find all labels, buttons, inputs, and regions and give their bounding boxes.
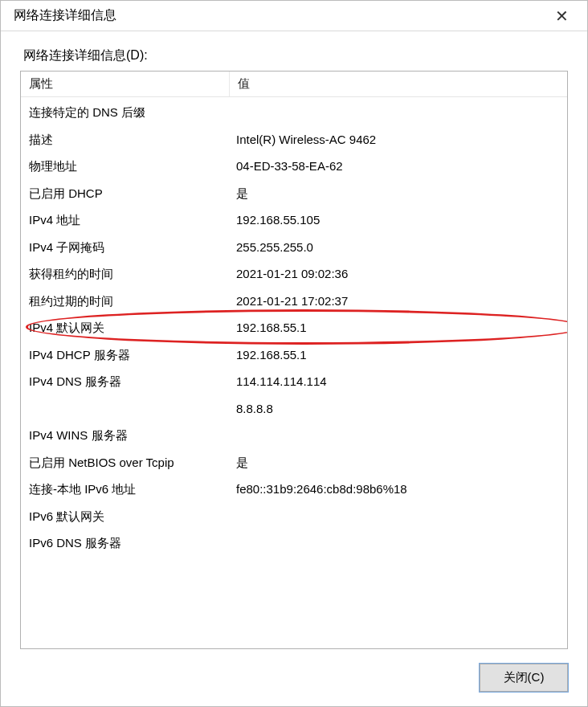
- value-cell: Intel(R) Wireless-AC 9462: [236, 129, 559, 150]
- content-area: 网络连接详细信息(D): 属性 值 连接特定的 DNS 后缀描述Intel(R)…: [1, 31, 587, 706]
- table-row[interactable]: IPv4 DNS 服务器114.114.114.114: [21, 368, 567, 395]
- value-cell: [236, 102, 559, 123]
- value-cell: 04-ED-33-58-EA-62: [236, 156, 559, 177]
- property-cell: [29, 398, 236, 419]
- value-cell: 192.168.55.105: [236, 210, 559, 231]
- property-cell: IPv4 子网掩码: [29, 237, 236, 258]
- value-cell: 2021-01-21 17:02:37: [236, 291, 559, 312]
- property-cell: IPv4 DHCP 服务器: [29, 345, 236, 366]
- table-row[interactable]: IPv4 DHCP 服务器192.168.55.1: [21, 341, 567, 369]
- property-cell: IPv4 WINS 服务器: [29, 425, 236, 446]
- property-cell: IPv4 默认网关: [29, 317, 236, 338]
- value-cell: 8.8.8.8: [236, 398, 559, 419]
- table-row[interactable]: IPv4 WINS 服务器: [21, 422, 567, 449]
- table-row[interactable]: IPv4 地址192.168.55.105: [21, 206, 567, 234]
- table-row[interactable]: IPv4 默认网关192.168.55.1: [21, 314, 567, 341]
- table-row[interactable]: 已启用 NetBIOS over Tcpip是: [21, 449, 567, 476]
- property-cell: 连接-本地 IPv6 地址: [29, 479, 236, 500]
- property-cell: 已启用 NetBIOS over Tcpip: [29, 452, 236, 473]
- value-cell: [236, 425, 559, 446]
- value-cell: [236, 506, 559, 527]
- table-row[interactable]: 租约过期的时间2021-01-21 17:02:37: [21, 288, 567, 315]
- close-button[interactable]: 关闭(C): [480, 664, 568, 692]
- table-row[interactable]: IPv4 子网掩码255.255.255.0: [21, 234, 567, 261]
- network-details-dialog: 网络连接详细信息 ✕ 网络连接详细信息(D): 属性 值 连接特定的 DNS 后…: [0, 0, 588, 707]
- property-cell: 租约过期的时间: [29, 291, 236, 312]
- table-row[interactable]: 已启用 DHCP是: [21, 180, 567, 207]
- property-cell: IPv4 地址: [29, 210, 236, 231]
- property-cell: IPv6 默认网关: [29, 506, 236, 527]
- window-title: 网络连接详细信息: [14, 7, 545, 24]
- value-cell: 是: [236, 452, 559, 473]
- property-cell: 获得租约的时间: [29, 264, 236, 284]
- table-row[interactable]: 连接-本地 IPv6 地址fe80::31b9:2646:cb8d:98b6%1…: [21, 476, 567, 503]
- property-cell: IPv4 DNS 服务器: [29, 371, 236, 392]
- value-cell: fe80::31b9:2646:cb8d:98b6%18: [236, 479, 559, 500]
- table-row[interactable]: 8.8.8.8: [21, 395, 567, 423]
- table-body: 连接特定的 DNS 后缀描述Intel(R) Wireless-AC 9462物…: [21, 97, 567, 558]
- value-cell: 2021-01-21 09:02:36: [236, 264, 559, 284]
- property-cell: 连接特定的 DNS 后缀: [29, 102, 236, 123]
- details-table: 属性 值 连接特定的 DNS 后缀描述Intel(R) Wireless-AC …: [20, 71, 568, 649]
- value-cell: 192.168.55.1: [236, 317, 559, 338]
- property-cell: 描述: [29, 129, 236, 150]
- table-row[interactable]: IPv6 DNS 服务器: [21, 529, 567, 557]
- property-cell: IPv6 DNS 服务器: [29, 533, 236, 554]
- section-label: 网络连接详细信息(D):: [20, 47, 568, 64]
- value-cell: 是: [236, 183, 559, 204]
- value-cell: 192.168.55.1: [236, 345, 559, 366]
- table-row[interactable]: 物理地址04-ED-33-58-EA-62: [21, 153, 567, 180]
- table-row[interactable]: 描述Intel(R) Wireless-AC 9462: [21, 126, 567, 153]
- table-row[interactable]: 获得租约的时间2021-01-21 09:02:36: [21, 260, 567, 288]
- button-bar: 关闭(C): [20, 649, 568, 692]
- table-header: 属性 值: [21, 72, 567, 97]
- close-icon[interactable]: ✕: [545, 8, 578, 24]
- table-row[interactable]: 连接特定的 DNS 后缀: [21, 99, 567, 126]
- value-cell: [236, 533, 559, 554]
- column-header-property[interactable]: 属性: [21, 72, 230, 96]
- table-row[interactable]: IPv6 默认网关: [21, 503, 567, 530]
- property-cell: 已启用 DHCP: [29, 183, 236, 204]
- value-cell: 114.114.114.114: [236, 371, 559, 392]
- value-cell: 255.255.255.0: [236, 237, 559, 258]
- property-cell: 物理地址: [29, 156, 236, 177]
- titlebar: 网络连接详细信息 ✕: [1, 1, 587, 31]
- column-header-value[interactable]: 值: [230, 72, 567, 96]
